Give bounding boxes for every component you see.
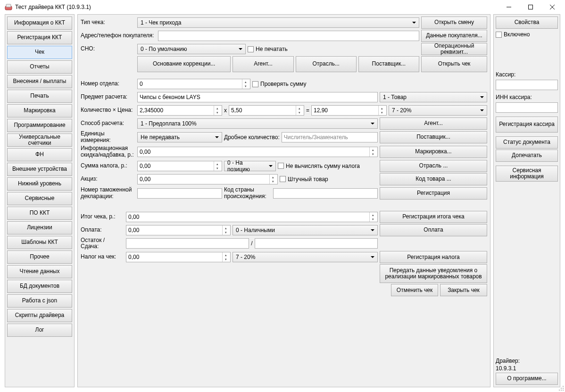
- open-check-button[interactable]: Открыть чек: [421, 56, 487, 72]
- sidebar-item-13[interactable]: ПО ККТ: [7, 207, 72, 220]
- reg-cashier-button[interactable]: Регистрация кассира: [496, 117, 558, 133]
- label-driver: Драйвер:: [496, 358, 558, 364]
- doc-status-button[interactable]: Статус документа: [496, 136, 558, 149]
- input-cashier[interactable]: [496, 80, 558, 90]
- sidebar-item-19[interactable]: Работа с json: [7, 294, 72, 308]
- input-cashier-inn[interactable]: [496, 102, 558, 113]
- input-tax-sum[interactable]: 0,00: [137, 161, 222, 171]
- select-unit[interactable]: Не передавать: [137, 132, 222, 142]
- sidebar-item-9[interactable]: ФН: [7, 148, 72, 161]
- svg-point-9: [559, 390, 560, 391]
- sidebar-item-10[interactable]: Внешние устройства: [7, 163, 72, 176]
- input-dept[interactable]: 0: [137, 79, 250, 89]
- checkbox-check-sum[interactable]: [252, 81, 258, 87]
- sidebar-item-2[interactable]: Чек: [7, 46, 72, 59]
- about-button[interactable]: О программе...: [496, 373, 558, 385]
- open-shift-button[interactable]: Открыть смену: [421, 17, 487, 29]
- sidebar-item-4[interactable]: Внесения / выплаты: [7, 75, 72, 88]
- select-tax-pos[interactable]: 0 - На позицию: [224, 161, 276, 171]
- input-total[interactable]: 0,00: [126, 212, 378, 222]
- send-notif-button[interactable]: Передать данные уведомления о реализации…: [380, 264, 487, 283]
- label-check-type: Тип чека:: [81, 19, 135, 26]
- reg-total-button[interactable]: Регистрация итога чека: [380, 211, 487, 223]
- sidebar-item-16[interactable]: Прочее: [7, 250, 72, 264]
- supplier2-button[interactable]: Поставщик...: [380, 131, 487, 143]
- input-check-tax-sum[interactable]: 0,00: [126, 252, 231, 262]
- label-no-print: Не печатать: [256, 46, 288, 52]
- label-dept: Номер отдела:: [81, 81, 135, 87]
- service-info-button[interactable]: Сервисная информация: [496, 166, 558, 182]
- input-qty[interactable]: 2,345000: [137, 105, 222, 116]
- agent-button[interactable]: Агент...: [233, 56, 293, 72]
- label-info-disc: Информационная скидка/надбавка, р.:: [81, 145, 135, 159]
- close-button[interactable]: [541, 0, 563, 14]
- svg-point-7: [561, 388, 562, 389]
- checkbox-no-calc-tax[interactable]: [278, 163, 284, 169]
- sidebar-item-6[interactable]: Маркировка: [7, 104, 72, 117]
- label-tax-sum: Сумма налога, р.:: [81, 163, 135, 169]
- select-sno[interactable]: 0 - По умолчанию: [137, 44, 246, 54]
- maximize-button[interactable]: [520, 0, 541, 14]
- label-item: Предмет расчета:: [81, 94, 135, 100]
- input-frac-qty[interactable]: Числитель/Знаменатель: [282, 132, 378, 142]
- sidebar-item-21[interactable]: Лог: [7, 324, 72, 337]
- label-buyer: Адрес/телефон покупателя:: [81, 33, 156, 39]
- item-code-button[interactable]: Код товара ...: [380, 173, 487, 185]
- sidebar-item-1[interactable]: Регистрация ККТ: [7, 31, 72, 44]
- register-button[interactable]: Регистрация: [380, 187, 487, 200]
- marking-button[interactable]: Маркировка...: [380, 146, 487, 158]
- select-pay-type[interactable]: 0 - Наличными: [233, 225, 378, 235]
- industry2-button[interactable]: Отрасль ...: [380, 160, 487, 172]
- input-buyer[interactable]: [158, 31, 419, 41]
- select-vat[interactable]: 7 - 20%: [389, 105, 487, 116]
- input-excise[interactable]: 0,00: [137, 174, 278, 184]
- input-info-disc[interactable]: 0,00: [137, 147, 378, 157]
- industry-button[interactable]: Отрасль...: [296, 56, 357, 72]
- sidebar-item-17[interactable]: Чтение данных: [7, 265, 72, 278]
- input-amount[interactable]: 12,90: [311, 105, 387, 116]
- minimize-button[interactable]: [498, 0, 520, 14]
- supplier-button[interactable]: Поставщик...: [358, 56, 419, 72]
- sidebar-item-3[interactable]: Отчеты: [7, 60, 72, 74]
- checkbox-no-print[interactable]: [248, 46, 254, 52]
- label-qty-price: Количество × Цена:: [81, 107, 135, 114]
- input-rem2[interactable]: [255, 238, 378, 249]
- sidebar-item-12[interactable]: Сервисные: [7, 192, 72, 205]
- checkbox-piece[interactable]: [280, 176, 286, 182]
- resize-grip-icon[interactable]: [557, 384, 564, 391]
- label-unit: Единицы измерения:: [81, 131, 135, 144]
- checkbox-enabled[interactable]: [496, 32, 502, 38]
- reg-tax-button[interactable]: Регистрация налога: [380, 251, 487, 263]
- select-pay-method[interactable]: 1 - Предоплата 100%: [137, 118, 378, 129]
- select-check-tax-rate[interactable]: 7 - 20%: [233, 252, 378, 262]
- sidebar-item-0[interactable]: Информация о ККТ: [7, 17, 72, 30]
- input-price[interactable]: 5,50: [229, 105, 304, 116]
- select-check-type[interactable]: 1 - Чек прихода: [137, 17, 419, 28]
- correction-base-button[interactable]: Основание коррекции...: [137, 56, 231, 72]
- select-item-type[interactable]: 1 - Товар: [380, 92, 487, 102]
- sidebar-item-14[interactable]: Лицензии: [7, 221, 72, 234]
- label-total: Итог чека, р.:: [81, 214, 124, 220]
- input-customs[interactable]: [137, 188, 222, 199]
- input-origin[interactable]: [273, 188, 378, 199]
- input-item-name[interactable]: Чипсы с беконом LAYS: [137, 92, 378, 102]
- reprint-button[interactable]: Допечатать: [496, 150, 558, 162]
- cancel-check-button[interactable]: Отменить чек: [391, 284, 438, 296]
- sidebar-item-15[interactable]: Шаблоны ККТ: [7, 236, 72, 249]
- sidebar-item-20[interactable]: Скрипты драйвера: [7, 309, 72, 322]
- sidebar-item-18[interactable]: БД документов: [7, 280, 72, 293]
- label-customs: Номер таможенной декларации:: [81, 186, 135, 200]
- close-check-button[interactable]: Закрыть чек: [440, 284, 487, 296]
- oper-req-button[interactable]: Операционный реквизит...: [421, 43, 487, 55]
- sidebar-item-11[interactable]: Нижний уровень: [7, 177, 72, 191]
- input-rem1[interactable]: [126, 238, 249, 249]
- agent2-button[interactable]: Агент...: [380, 117, 487, 130]
- sidebar-item-7[interactable]: Программирование: [7, 119, 72, 132]
- label-eq: =: [306, 107, 309, 114]
- properties-button[interactable]: Свойства: [496, 17, 558, 29]
- sidebar-item-8[interactable]: Универсальные счетчики: [7, 133, 72, 147]
- buyer-data-button[interactable]: Данные покупателя...: [421, 30, 487, 42]
- sidebar-item-5[interactable]: Печать: [7, 90, 72, 103]
- input-payment[interactable]: 0,00: [126, 225, 231, 235]
- pay-button[interactable]: Оплата: [380, 224, 487, 236]
